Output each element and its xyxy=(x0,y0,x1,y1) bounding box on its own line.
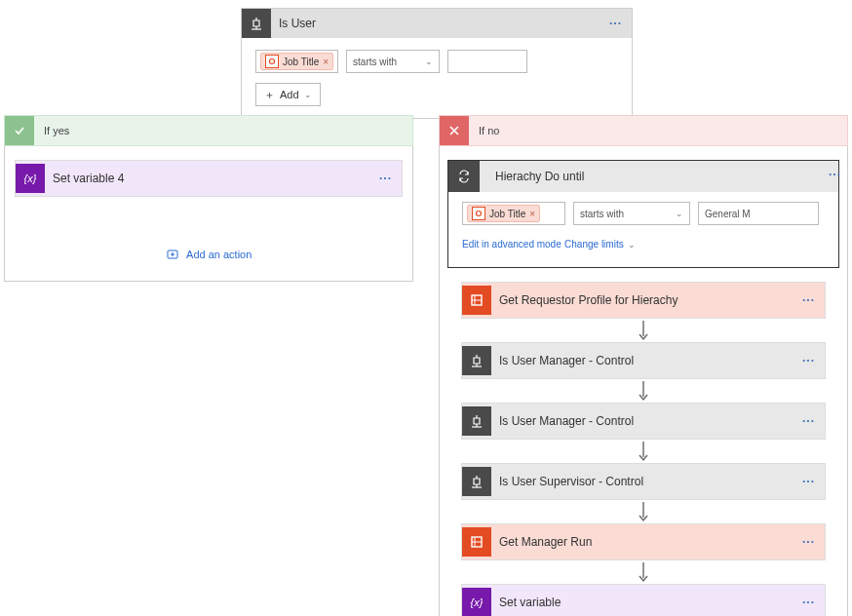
loop-value: General M xyxy=(705,209,751,219)
if-no-branch: If no Hierachy Do until xyxy=(439,115,848,616)
step-title: Is User Supervisor - Control xyxy=(491,475,793,488)
if-yes-label: If yes xyxy=(34,125,69,136)
operator-select[interactable]: starts with ⌄ xyxy=(346,50,440,73)
flow-arrow xyxy=(461,500,826,523)
condition-expression: O Job Title × starts with ⌄ xyxy=(242,38,632,83)
add-action-label: Add an action xyxy=(186,249,252,260)
loop-icon xyxy=(448,161,480,192)
step-supervisor[interactable]: Is User Supervisor - Control··· xyxy=(461,463,826,500)
office-icon: O xyxy=(265,55,279,68)
remove-token-icon[interactable]: × xyxy=(323,57,329,67)
step-title: Get Requestor Profile for Hierachy xyxy=(491,293,793,307)
step-get-manager[interactable]: Get Manager Run··· xyxy=(461,523,826,560)
close-icon xyxy=(440,116,469,145)
value-input[interactable] xyxy=(447,50,527,73)
field-token-box[interactable]: O Job Title × xyxy=(255,50,338,73)
chevron-down-icon: ⌄ xyxy=(676,209,683,218)
office-icon: O xyxy=(472,207,485,220)
condition-icon xyxy=(462,467,491,496)
action-title: Set variable 4 xyxy=(45,172,369,185)
condition-menu[interactable]: ··· xyxy=(600,17,632,30)
flow-arrow xyxy=(461,560,826,584)
if-yes-branch: If yes {x} Set variable 4 ··· Add an act… xyxy=(4,115,413,616)
action-menu[interactable]: ··· xyxy=(369,172,402,185)
step-menu[interactable]: ··· xyxy=(793,293,825,307)
step-menu[interactable]: ··· xyxy=(793,414,825,428)
edit-advanced-link[interactable]: Edit in advanced mode xyxy=(462,239,562,250)
job-title-token[interactable]: O Job Title × xyxy=(467,205,540,222)
do-until-header[interactable]: Hierachy Do until xyxy=(448,161,838,192)
add-action-link[interactable]: Add an action xyxy=(15,248,403,261)
chevron-down-icon: ⌄ xyxy=(425,57,433,66)
if-yes-header[interactable]: If yes xyxy=(4,115,413,146)
office-icon xyxy=(462,527,491,557)
top-condition-card: Is User ··· O Job Title × starts with ⌄ … xyxy=(241,8,633,119)
step-set-var[interactable]: {x}Set variable··· xyxy=(461,584,826,616)
chevron-down-icon: ⌄ xyxy=(304,90,312,99)
variable-icon: {x} xyxy=(462,588,491,616)
step-title: Get Manager Run xyxy=(491,535,793,549)
operator-label: starts with xyxy=(580,209,624,219)
add-condition-button[interactable]: ＋ Add ⌄ xyxy=(255,83,321,106)
loop-menu[interactable]: ··· xyxy=(829,168,841,181)
loop-value-input[interactable]: General M xyxy=(698,202,819,225)
job-title-label: Job Title xyxy=(283,57,319,67)
operator-label: starts with xyxy=(353,57,397,67)
loop-field-box[interactable]: O Job Title × xyxy=(462,202,565,225)
flow-arrow xyxy=(461,319,826,342)
step-title: Is User Manager - Control xyxy=(491,414,793,428)
step-menu[interactable]: ··· xyxy=(793,596,825,609)
flow-arrow xyxy=(461,440,826,463)
condition-icon xyxy=(462,346,491,375)
loop-operator-select[interactable]: starts with ⌄ xyxy=(573,202,690,225)
plus-icon: ＋ xyxy=(264,88,275,102)
step-manager-ctrl-2[interactable]: Is User Manager - Control··· xyxy=(461,403,826,440)
flow-arrow xyxy=(461,379,826,403)
top-condition-header[interactable]: Is User ··· xyxy=(242,9,632,38)
if-no-label: If no xyxy=(469,125,499,136)
if-no-header[interactable]: If no xyxy=(439,115,848,146)
condition-icon xyxy=(242,9,271,38)
chevron-down-icon: ⌄ xyxy=(628,240,636,250)
job-title-label: Job Title xyxy=(489,209,525,219)
office-icon xyxy=(462,286,491,315)
do-until-card: Hierachy Do until O Job Title × xyxy=(447,160,839,268)
step-get-requestor[interactable]: Get Requestor Profile for Hierachy··· xyxy=(461,282,826,319)
condition-icon xyxy=(462,406,491,436)
remove-token-icon[interactable]: × xyxy=(529,209,535,219)
step-title: Is User Manager - Control xyxy=(491,354,793,367)
step-menu[interactable]: ··· xyxy=(793,535,825,549)
step-menu[interactable]: ··· xyxy=(793,475,825,488)
change-limits-link[interactable]: Change limits ⌄ xyxy=(564,239,636,250)
loop-condition: O Job Title × starts with ⌄ xyxy=(462,202,825,225)
check-icon xyxy=(5,116,34,145)
step-title: Set variable xyxy=(491,596,793,609)
step-manager-ctrl-1[interactable]: Is User Manager - Control··· xyxy=(461,342,826,379)
loop-title: Hierachy Do until xyxy=(480,170,838,183)
job-title-token[interactable]: O Job Title × xyxy=(260,53,333,70)
add-label: Add xyxy=(280,89,299,100)
step-menu[interactable]: ··· xyxy=(793,354,825,367)
variable-icon: {x} xyxy=(16,164,45,193)
condition-title: Is User xyxy=(271,17,600,30)
set-variable-action[interactable]: {x} Set variable 4 ··· xyxy=(15,160,403,197)
